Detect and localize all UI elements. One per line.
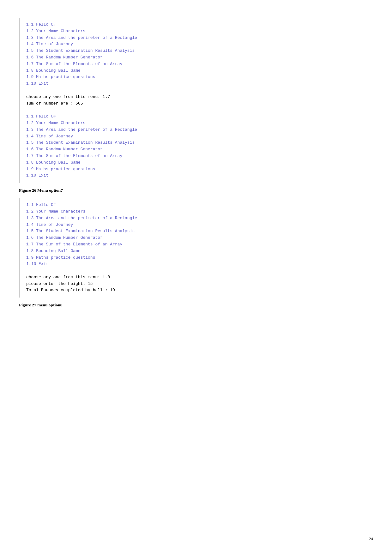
menu-item: 1.4 Time of Journey xyxy=(26,41,367,48)
menu-item: 1.6 The Random Number Generator xyxy=(26,146,367,153)
menu-item: 1.10 Exit xyxy=(26,172,367,179)
menu-item: 1.4 Time of Journey xyxy=(26,133,367,140)
menu-item: 1.8 Bouncing Ball Game xyxy=(26,248,367,255)
menu-item: 1.8 Bouncing Ball Game xyxy=(26,68,367,74)
menu-item: 1.7 The Sum of the Elements of an Array xyxy=(26,61,367,68)
menu-item: 1.8 Bouncing Ball Game xyxy=(26,160,367,166)
page-number: 24 xyxy=(369,536,373,541)
menu-item: 1.9 Maths practice questions xyxy=(26,166,367,173)
menu-item: 1.10 Exit xyxy=(26,261,367,268)
menu-item: 1.6 The Random Number Generator xyxy=(26,54,367,61)
menu-item: 1.1 Hello C# xyxy=(26,113,367,120)
menu-item: 1.3 The Area and the perimeter of a Rect… xyxy=(26,35,367,41)
menu-item: 1.2 Your Name Characters xyxy=(26,208,367,215)
output-line: please enter the height: 15 xyxy=(26,281,367,287)
menu-item: 1.1 Hello C# xyxy=(26,21,367,28)
menu-item: 1.3 The Area and the perimeter of a Rect… xyxy=(26,127,367,133)
output-line: choose any one from this menu: 1.8 xyxy=(26,274,367,281)
figure27-block1: 1.1 Hello C# 1.2 Your Name Characters 1.… xyxy=(19,198,373,298)
menu-item: 1.4 Time of Journey xyxy=(26,222,367,228)
menu-item: 1.3 The Area and the perimeter of a Rect… xyxy=(26,215,367,222)
menu-item: 1.5 The Student Examination Results Anal… xyxy=(26,48,367,54)
menu-item: 1.5 The Student Examination Results Anal… xyxy=(26,228,367,235)
menu-item: 1.2 Your Name Characters xyxy=(26,28,367,35)
output-line: sum of number are : 565 xyxy=(26,100,367,107)
output-line: Total Bounces completed by ball : 10 xyxy=(26,287,367,294)
menu-item: 1.9 Maths practice questions xyxy=(26,255,367,261)
figure27-caption: Figure 27 menu option8 xyxy=(19,303,373,308)
menu-item: 1.7 The Sum of the Elements of an Array xyxy=(26,153,367,160)
menu-item: 1.5 The Student Examination Results Anal… xyxy=(26,140,367,146)
menu-item: 1.9 Maths practice questions xyxy=(26,74,367,81)
menu-item: 1.10 Exit xyxy=(26,81,367,87)
figure26-caption: Figure 26 Menu option7 xyxy=(19,188,373,193)
menu-item: 1.6 The Random Number Generator xyxy=(26,235,367,241)
figure26-block1: 1.1 Hello C# 1.2 Your Name Characters 1.… xyxy=(19,18,373,183)
menu-item: 1.2 Your Name Characters xyxy=(26,120,367,127)
output-line: choose any one from this menu: 1.7 xyxy=(26,94,367,100)
menu-item: 1.7 The Sum of the Elements of an Array xyxy=(26,241,367,248)
menu-item: 1.1 Hello C# xyxy=(26,202,367,208)
